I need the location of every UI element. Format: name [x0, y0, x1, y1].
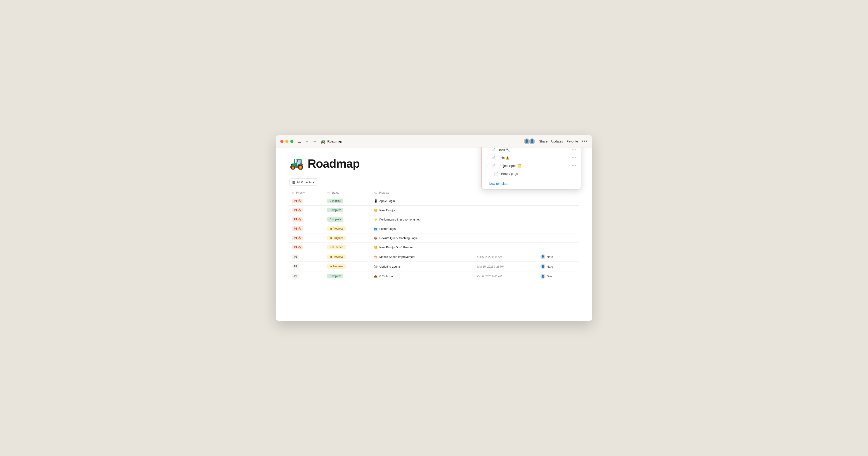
- table-row[interactable]: P2 In Progress 🏗️ Mobile Speed Improveme…: [289, 252, 579, 262]
- status-cell: Complete: [324, 206, 371, 215]
- status-badge: Complete: [327, 274, 343, 279]
- close-button[interactable]: [280, 140, 283, 143]
- project-cell: 👥 Faster Login: [371, 224, 474, 233]
- assignee-cell: 👤 Simo...: [538, 272, 579, 281]
- status-cell: In Progress: [324, 262, 371, 272]
- project-title: Performance Improvements fo...: [379, 218, 421, 221]
- table-row[interactable]: P1 🔥 In Progress 📦 Rewrite Query Caching…: [289, 233, 579, 243]
- assignee: 👤 Nate: [540, 254, 576, 259]
- status-badge: Not Started: [327, 245, 346, 250]
- table-row[interactable]: P2 Complete 📤 CSV Import: [289, 272, 579, 281]
- project-name: 📱 Apple Login: [374, 199, 472, 203]
- table-body: P1 🔥 Complete 📱 Apple Login: [289, 196, 579, 281]
- date-cell: Oct 6, 2020 9:46 AM: [475, 272, 538, 281]
- project-title: Updating Logins: [379, 265, 401, 268]
- back-button[interactable]: ←: [304, 138, 310, 144]
- project-icon: 😀: [374, 208, 377, 212]
- project-icon: 📦: [374, 236, 377, 240]
- table-row[interactable]: P1 🔥 Complete ⚡ Performance Improvements…: [289, 215, 579, 224]
- template-more-task[interactable]: •••: [572, 148, 576, 152]
- new-template-button[interactable]: + New template: [482, 179, 581, 187]
- project-icon: 📱: [374, 199, 377, 203]
- table-row[interactable]: P1 🔥 Complete 😀 New Emojis: [289, 206, 579, 215]
- all-projects-button[interactable]: ▦ All Projects ▾: [289, 178, 317, 186]
- template-item-epic[interactable]: ⠿ 📄 Epic ⚠️ •••: [482, 154, 581, 162]
- col-priority[interactable]: ◎ Priority: [289, 189, 324, 196]
- priority-cell: P2: [289, 272, 324, 281]
- drag-handle-epic: ⠿: [486, 156, 489, 160]
- nav-buttons: ← →: [304, 138, 318, 144]
- status-badge: In Progress: [327, 264, 346, 269]
- project-icon: 👥: [374, 227, 377, 230]
- app-window: ☰ ← → 🚜 Roadmap 👤 👤 Share Updates Favori…: [276, 135, 592, 321]
- project-title: Rewrite Query Caching Logic...: [379, 236, 420, 240]
- assignee-cell: [538, 243, 579, 252]
- table-row[interactable]: P2 In Progress 💬 Updating Logins: [289, 262, 579, 272]
- priority-cell: P2: [289, 252, 324, 262]
- status-cell: Complete: [324, 196, 371, 206]
- template-item-project-spec[interactable]: ⠿ 📄 Project Spec 🗂️ •••: [482, 162, 581, 170]
- project-cell: 📤 CSV Import: [371, 272, 474, 281]
- share-button[interactable]: Share: [539, 140, 548, 143]
- template-more-project-spec[interactable]: •••: [572, 164, 576, 168]
- date-value: Mar 15, 2021 3:28 PM: [477, 265, 504, 268]
- chevron-down-icon: ▾: [313, 180, 314, 184]
- menu-icon[interactable]: ☰: [298, 139, 301, 144]
- priority-badge: P1 🔥: [292, 199, 303, 203]
- col-status[interactable]: ◎ Status: [324, 189, 371, 196]
- table-row[interactable]: P1 🔥 In Progress 👥 Faster Login: [289, 224, 579, 233]
- assignee-name: Nate: [547, 255, 553, 259]
- table-header: ◎ Priority ◎ Status Aa Projects: [289, 189, 579, 196]
- page-title: Roadmap: [308, 157, 360, 170]
- priority-badge: P1 🔥: [292, 236, 303, 240]
- assignee-cell: [538, 196, 579, 206]
- project-cell: 📱 Apple Login: [371, 196, 474, 206]
- assignee-cell: 👤 Nate: [538, 252, 579, 262]
- assignee-name: Simo...: [547, 275, 556, 278]
- minimize-button[interactable]: [285, 140, 288, 143]
- priority-cell: P1 🔥: [289, 206, 324, 215]
- more-options-button[interactable]: •••: [582, 139, 588, 144]
- status-badge: Complete: [327, 199, 343, 203]
- fullscreen-button[interactable]: [290, 140, 293, 143]
- project-cell: 📦 Rewrite Query Caching Logic...: [371, 233, 474, 243]
- table-row[interactable]: P1 🔥 Complete 📱 Apple Login: [289, 196, 579, 206]
- priority-cell: P2: [289, 262, 324, 272]
- drag-handle-project-spec: ⠿: [486, 164, 489, 168]
- new-template-label: + New template: [486, 182, 508, 186]
- drag-handle-task: ⠿: [486, 148, 489, 152]
- assignee-name: Nate: [547, 265, 553, 268]
- template-name-task: Task 🔧: [498, 148, 569, 152]
- assignee-cell: [538, 233, 579, 243]
- project-title: Apple Login: [379, 199, 395, 203]
- project-name: 👥 Faster Login: [374, 227, 472, 230]
- date-value: Oct 6, 2020 9:46 AM: [477, 255, 502, 259]
- titlebar: ☰ ← → 🚜 Roadmap 👤 👤 Share Updates Favori…: [276, 135, 592, 147]
- project-icon: 😟: [374, 246, 377, 249]
- updates-button[interactable]: Updates: [551, 140, 563, 143]
- col-date: [475, 189, 538, 196]
- priority-cell: P1 🔥: [289, 215, 324, 224]
- table-row[interactable]: P1 🔥 Not Started 😟 New Emojis Don't Rend…: [289, 243, 579, 252]
- project-cell: ⚡ Performance Improvements fo...: [371, 215, 474, 224]
- col-projects[interactable]: Aa Projects: [371, 189, 474, 196]
- grid-icon: ▦: [292, 180, 296, 184]
- template-more-epic[interactable]: •••: [572, 156, 576, 160]
- page-title-text: Roadmap: [327, 139, 342, 143]
- status-col-icon: ◎: [327, 191, 330, 194]
- empty-page-icon: 📄: [494, 171, 498, 176]
- date-cell: [475, 243, 538, 252]
- project-cell: 😀 New Emojis: [371, 206, 474, 215]
- project-title: Faster Login: [379, 227, 396, 230]
- project-title: New Emojis: [379, 208, 395, 212]
- forward-button[interactable]: →: [311, 138, 318, 144]
- status-cell: In Progress: [324, 233, 371, 243]
- avatar-group: 👤 👤: [523, 138, 535, 145]
- status-badge: In Progress: [327, 236, 346, 240]
- template-item-task[interactable]: ⠿ 📄 Task 🔧 •••: [482, 147, 581, 154]
- assignee-cell: [538, 206, 579, 215]
- empty-page-item[interactable]: 📄 Empty page: [482, 170, 581, 179]
- project-icon: ⚡: [374, 218, 377, 221]
- favorite-button[interactable]: Favorite: [566, 140, 578, 143]
- status-badge: In Progress: [327, 254, 346, 259]
